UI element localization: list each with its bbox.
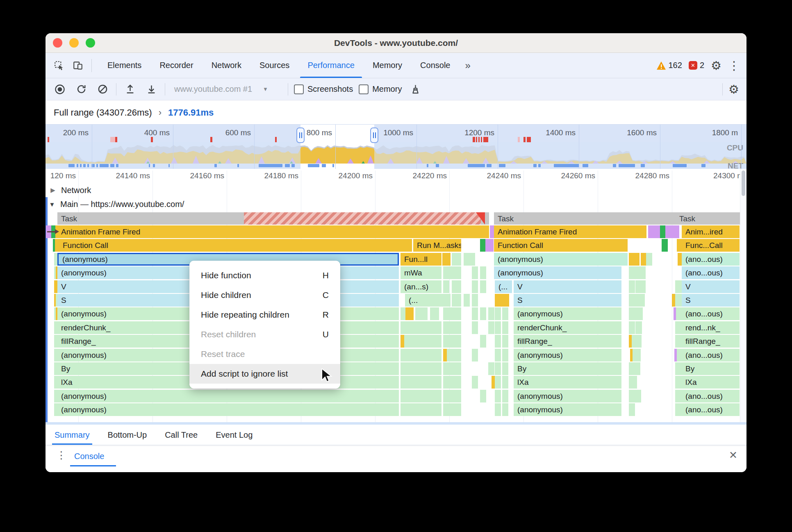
device-toolbar-icon[interactable]	[70, 58, 86, 73]
breadcrumb-selection[interactable]: 1776.91ms	[168, 107, 214, 118]
flame-bar[interactable]	[472, 321, 478, 334]
flame-bar[interactable]	[443, 307, 461, 320]
flame-bar[interactable]	[443, 390, 461, 402]
detail-tab-event-log[interactable]: Event Log	[216, 425, 253, 445]
flame-bar[interactable]	[401, 321, 442, 334]
download-profile-icon[interactable]	[143, 82, 159, 97]
flame-bar-an-s[interactable]: (an...s)	[401, 280, 442, 293]
flame-bar-rend-nk[interactable]: rend...nk_	[682, 321, 740, 334]
flame-bar[interactable]	[443, 376, 461, 389]
flame-bar-task[interactable]: Task	[676, 212, 741, 225]
flame-bar[interactable]	[487, 239, 494, 252]
flame-bar[interactable]	[633, 349, 641, 361]
menu-item-reset-children[interactable]: Reset childrenU	[189, 325, 340, 344]
inspect-element-icon[interactable]	[51, 58, 67, 73]
scrollbar-thumb[interactable]	[742, 171, 745, 196]
flame-bar-by[interactable]: By	[682, 362, 740, 375]
flame-bar[interactable]	[502, 362, 508, 375]
flame-bar-fillrange[interactable]: fillRange_	[682, 335, 740, 348]
tab-sources[interactable]: Sources	[250, 53, 298, 78]
tab-recorder[interactable]: Recorder	[150, 53, 202, 78]
tab-memory[interactable]: Memory	[364, 53, 411, 78]
flame-bar[interactable]	[480, 280, 486, 293]
flame-bar[interactable]	[502, 307, 508, 320]
drawer-tab-console[interactable]: Console	[74, 446, 104, 466]
flame-bar-task[interactable]: Task	[494, 212, 679, 225]
detail-tab-call-tree[interactable]: Call Tree	[165, 425, 198, 445]
flame-bar[interactable]	[452, 253, 461, 266]
flame-bar[interactable]	[629, 266, 635, 279]
flame-bar-anonymous[interactable]: (anonymous)	[494, 253, 628, 266]
flame-bar[interactable]	[502, 335, 508, 348]
flame-bar-by[interactable]: By	[514, 362, 621, 375]
flame-bar-anonymous[interactable]: (anonymous)	[514, 349, 621, 361]
flame-bar[interactable]	[401, 349, 442, 361]
close-drawer-icon[interactable]: ✕	[729, 449, 737, 461]
flame-bar[interactable]	[495, 335, 501, 348]
flame-bar[interactable]	[469, 253, 475, 266]
flame-bar[interactable]	[495, 321, 501, 334]
flame-bar[interactable]	[502, 376, 508, 389]
flame-bar[interactable]	[495, 294, 509, 307]
detail-tab-summary[interactable]: Summary	[55, 425, 90, 445]
more-tabs-button[interactable]: »	[460, 53, 476, 78]
flame-bar[interactable]	[495, 376, 501, 389]
flame-bar[interactable]	[629, 376, 637, 389]
flame-bar[interactable]	[472, 307, 478, 320]
flame-bar[interactable]	[480, 266, 486, 279]
flame-bar[interactable]	[502, 390, 508, 402]
drawer-kebab-menu-icon[interactable]: ⋮	[56, 449, 66, 461]
flame-bar[interactable]	[637, 307, 643, 320]
flame-bar[interactable]	[639, 294, 645, 307]
vertical-scrollbar[interactable]	[740, 169, 746, 422]
flame-bar-function-call[interactable]: Function Call	[59, 239, 412, 252]
flame-bar[interactable]	[401, 376, 442, 389]
flame-bar[interactable]	[443, 280, 449, 293]
flame-bar[interactable]	[472, 294, 478, 307]
flame-bar[interactable]	[502, 403, 508, 416]
flame-bar[interactable]	[495, 390, 501, 402]
flame-bar-v[interactable]: V	[514, 280, 621, 293]
flame-bar-anonymous[interactable]: (anonymous)	[57, 403, 399, 416]
flame-bar[interactable]	[488, 307, 494, 320]
flame-bar[interactable]	[443, 335, 461, 348]
flame-bar[interactable]	[452, 280, 461, 293]
flame-bar[interactable]	[401, 362, 442, 375]
flame-bar[interactable]	[452, 294, 461, 307]
flame-bar[interactable]	[634, 362, 640, 375]
flame-bar-bar[interactable]: (...	[405, 294, 451, 307]
flame-bar[interactable]	[480, 390, 486, 402]
flame-bar-fun-ll[interactable]: Fun...ll	[401, 253, 442, 266]
flame-bar[interactable]	[443, 362, 461, 375]
flame-bar[interactable]	[635, 321, 642, 334]
detail-tab-bottom-up[interactable]: Bottom-Up	[108, 425, 147, 445]
flame-bar[interactable]	[480, 307, 486, 320]
flame-bar[interactable]	[464, 294, 470, 307]
tab-console[interactable]: Console	[411, 53, 459, 78]
flame-bar[interactable]	[654, 225, 660, 238]
flame-bar[interactable]	[635, 390, 641, 402]
flame-bar-anim-ired[interactable]: Anim...ired	[682, 225, 740, 238]
flame-bar[interactable]	[405, 307, 414, 320]
upload-profile-icon[interactable]	[122, 82, 138, 97]
garbage-collect-brush-icon[interactable]	[407, 82, 423, 97]
flame-bar-ano-ous[interactable]: (ano...ous)	[682, 307, 740, 320]
flame-bar[interactable]	[472, 349, 478, 361]
flame-bar-ano-ous[interactable]: (ano...ous)	[682, 266, 740, 279]
flame-bar[interactable]	[430, 307, 439, 320]
kebab-menu-icon[interactable]: ⋮	[728, 58, 740, 73]
flame-bar-ano-ous[interactable]: (ano...ous)	[682, 390, 740, 402]
flame-bar-lxa[interactable]: lXa	[682, 376, 740, 389]
flame-bar-v[interactable]: V	[682, 280, 740, 293]
flame-bar[interactable]	[447, 349, 461, 361]
flame-bar[interactable]	[472, 266, 478, 279]
menu-item-reset-trace[interactable]: Reset trace	[189, 344, 340, 364]
flame-bar[interactable]	[502, 321, 508, 334]
tab-network[interactable]: Network	[203, 53, 250, 78]
flame-bar[interactable]	[629, 403, 635, 416]
breadcrumb-full-range[interactable]: Full range (34307.26ms)	[54, 107, 152, 118]
tab-performance[interactable]: Performance	[298, 53, 364, 78]
capture-settings-gear-icon[interactable]: ⚙	[728, 82, 739, 97]
flame-bar-func-call[interactable]: Func...Call	[682, 239, 740, 252]
flame-bar-lxa[interactable]: lXa	[514, 376, 621, 389]
